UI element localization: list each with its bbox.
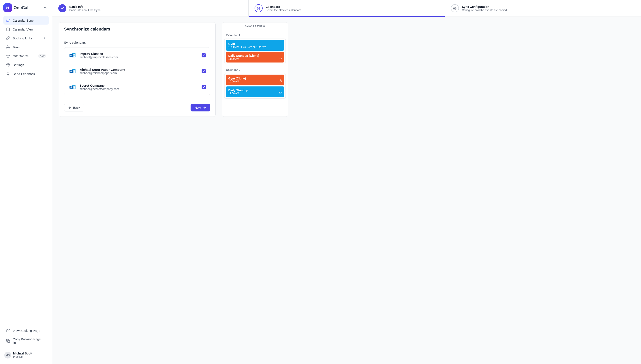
- sidebar-item-label: Team: [13, 45, 21, 49]
- svg-rect-26: [74, 87, 75, 88]
- step-title: Calendars: [266, 5, 301, 8]
- sidebar-item-settings[interactable]: Settings: [4, 60, 49, 69]
- new-badge: New: [38, 54, 46, 58]
- check-icon: [61, 6, 64, 10]
- svg-rect-12: [74, 56, 75, 57]
- sidebar-item-label: Gift OneCal: [13, 54, 29, 58]
- step-calendars[interactable]: 02 Calendars Select the affected calenda…: [249, 0, 445, 16]
- outlook-icon: O: [69, 83, 77, 91]
- gift-icon: [6, 54, 10, 58]
- sidebar-item-copy-booking-link[interactable]: Copy Booking Page link: [4, 335, 49, 347]
- svg-point-1: [7, 46, 8, 47]
- next-button-label: Next: [195, 106, 201, 109]
- video-icon: [279, 91, 282, 95]
- chevron-left-icon: [44, 6, 47, 10]
- svg-rect-17: [74, 70, 75, 71]
- bulb-icon: [6, 72, 10, 76]
- step-subtitle: Basic info about the Sync: [69, 8, 101, 12]
- sidebar-item-gift-onecal[interactable]: Gift OneCal New: [4, 52, 49, 60]
- svg-rect-30: [280, 80, 282, 82]
- svg-point-3: [8, 64, 9, 66]
- logo[interactable]: 01 OneCal: [4, 4, 29, 12]
- user-menu-button[interactable]: [44, 353, 48, 358]
- sidebar-item-calendar-view[interactable]: Calendar View: [4, 25, 49, 34]
- preview-calendar-a-events: Gym 10:00 AM · Flex Gym on 16th Ave Dail…: [224, 38, 286, 64]
- event-time: 11:00 AM: [228, 58, 282, 60]
- preview-event: Daily Standup 11:00 AM: [226, 86, 284, 97]
- arrow-left-icon: [68, 106, 72, 109]
- event-title: Daily Standup: [228, 88, 282, 92]
- page-title: Synchronize calendars: [59, 22, 215, 36]
- sidebar-item-label: Settings: [13, 63, 24, 67]
- svg-point-5: [46, 354, 46, 354]
- more-vertical-icon: [44, 353, 48, 356]
- svg-text:O: O: [70, 54, 72, 56]
- content: Synchronize calendars Sync calendars O I…: [52, 17, 641, 122]
- event-title: Gym (Clone): [228, 77, 282, 80]
- step-subtitle: Select the affected calendars: [266, 8, 301, 12]
- step-subtitle: Configure how the events are copied: [462, 8, 507, 12]
- user-name: Michael Scott: [13, 352, 32, 355]
- calendar-row: O Michael Scott Paper Company michael@mi…: [64, 63, 210, 79]
- svg-text:O: O: [70, 70, 72, 72]
- user-info: Michael Scott Premium: [13, 352, 32, 358]
- svg-point-6: [46, 354, 46, 355]
- step-sync-configuration[interactable]: 03 Sync Configuration Configure how the …: [445, 0, 641, 16]
- preview-calendar-b-events: Gym (Clone) 10:00 AM Daily Standup 11:00…: [224, 73, 286, 98]
- sidebar-item-calendar-sync[interactable]: Calendar Sync: [4, 16, 49, 24]
- calendar-checkbox[interactable]: [202, 69, 206, 73]
- main-panel: Synchronize calendars Sync calendars O I…: [59, 22, 216, 117]
- nav-list: Calendar Sync Calendar View Booking Link…: [4, 16, 49, 78]
- svg-point-7: [46, 356, 46, 356]
- calendar-name: Improv Classes: [80, 52, 118, 56]
- sidebar-item-booking-links[interactable]: Booking Links: [4, 34, 49, 42]
- arrow-right-icon: [203, 106, 206, 109]
- next-button[interactable]: Next: [191, 104, 210, 112]
- preview-event: Gym 10:00 AM · Flex Gym on 16th Ave: [226, 40, 284, 51]
- preview-heading: SYNC PREVIEW: [222, 22, 288, 30]
- calendar-checkbox[interactable]: [202, 85, 206, 89]
- svg-rect-4: [8, 340, 10, 342]
- calendar-row: O Secret Company michael@secretcompany.c…: [64, 79, 210, 95]
- check-icon: [202, 86, 205, 88]
- sidebar-item-label: View Booking Page: [13, 329, 40, 332]
- sidebar-item-label: Booking Links: [13, 36, 33, 40]
- preview-event: Daily Standup (Clone) 11:00 AM: [226, 52, 284, 62]
- sync-icon: [6, 18, 10, 22]
- svg-rect-31: [279, 92, 281, 94]
- calendar-name: Michael Scott Paper Company: [80, 68, 125, 72]
- users-icon: [6, 45, 10, 49]
- calendar-checkbox[interactable]: [202, 53, 206, 58]
- outlook-icon: O: [69, 51, 77, 59]
- preview-event: Gym (Clone) 10:00 AM: [226, 74, 284, 85]
- sidebar-item-send-feedback[interactable]: Send Feedback: [4, 70, 49, 78]
- sidebar-item-label: Calendar View: [13, 28, 33, 31]
- sidebar-item-team[interactable]: Team: [4, 43, 49, 51]
- svg-rect-0: [7, 28, 10, 31]
- avatar: MS: [4, 352, 11, 358]
- calendar-email: michael@secretcompany.com: [80, 87, 119, 91]
- link-icon: [6, 36, 10, 40]
- gear-icon: [6, 63, 10, 67]
- lock-icon: [279, 56, 282, 60]
- back-button-label: Back: [73, 106, 80, 109]
- sidebar: 01 OneCal Calendar Sync Calendar View Bo…: [0, 0, 52, 364]
- collapse-sidebar-button[interactable]: [42, 4, 49, 11]
- step-title: Basic Info: [69, 5, 101, 8]
- main: Basic Info Basic info about the Sync 02 …: [52, 0, 641, 364]
- sync-preview-panel: SYNC PREVIEW Calendar A Gym 10:00 AM · F…: [222, 22, 288, 117]
- copy-icon: [6, 339, 10, 343]
- sidebar-item-label: Send Feedback: [13, 72, 35, 76]
- user-plan: Premium: [13, 355, 32, 358]
- sidebar-item-view-booking-page[interactable]: View Booking Page: [4, 326, 49, 335]
- event-title: Daily Standup (Clone): [228, 54, 282, 58]
- step-number: 02: [255, 4, 263, 12]
- calendar-list: O Improv Classes michael@improvclasses.c…: [64, 47, 210, 95]
- step-basic-info[interactable]: Basic Info Basic info about the Sync: [52, 0, 249, 16]
- back-button[interactable]: Back: [64, 104, 84, 112]
- logo-mark: 01: [4, 4, 12, 12]
- step-title: Sync Configuration: [462, 5, 507, 8]
- check-icon: [202, 70, 205, 73]
- stepper: Basic Info Basic info about the Sync 02 …: [52, 0, 641, 17]
- sidebar-header: 01 OneCal: [4, 4, 49, 12]
